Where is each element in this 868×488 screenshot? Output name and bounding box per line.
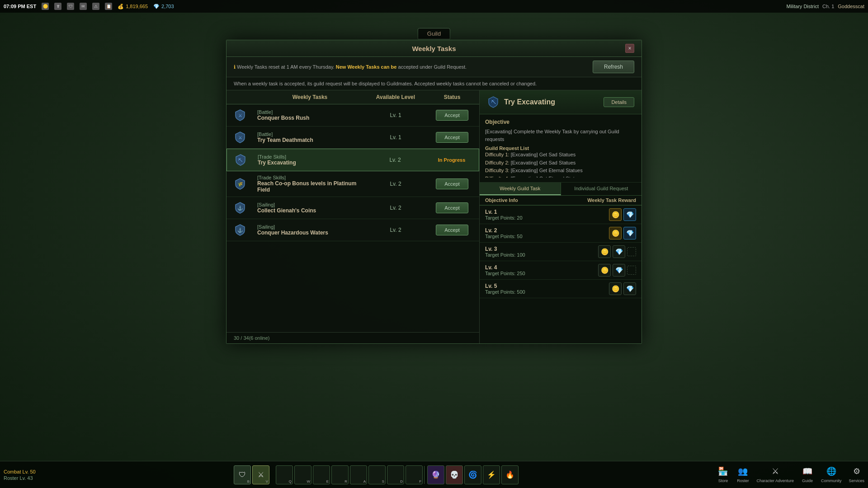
nav-character-adventure[interactable]: ⚔ Character Adventure (756, 465, 794, 483)
nav-services[interactable]: ⚙ Services (849, 465, 864, 483)
accept-button[interactable]: Accept (436, 110, 468, 121)
task-status-cell: Accept (425, 178, 479, 189)
skill-slot[interactable]: E (313, 465, 330, 484)
refresh-button[interactable]: Refresh (593, 61, 634, 73)
nav-store-label: Store (718, 479, 728, 483)
reward-rows-container: Lv. 1 Target Points: 20 🪙 💎 Lv. 2 Target… (480, 206, 642, 343)
dim-reward-icon-1: 🪙 (598, 264, 611, 277)
skill-slot[interactable]: 🌀 (464, 465, 481, 484)
nav-community[interactable]: 🌐 Community (821, 465, 842, 483)
skill-slot[interactable]: 🔥 (501, 465, 519, 484)
task-name-cell: [Sailing] Collect Gienah's Coins (254, 202, 366, 214)
character-adventure-icon: ⚔ (769, 465, 782, 478)
guild-request-heading: Guild Request List (485, 145, 634, 151)
detail-task-name: Try Excavating (504, 98, 555, 106)
skill-slot[interactable]: A (350, 465, 367, 484)
task-name: Conquer Boss Rush (257, 115, 363, 121)
skill-slot[interactable]: Q (276, 465, 293, 484)
dim-reward-icon-2: 💎 (613, 264, 625, 277)
task-status-cell: Accept (425, 202, 479, 213)
panel-header: Weekly Tasks × (226, 40, 642, 57)
skill-slot[interactable]: W (294, 465, 311, 484)
currency2-display: 💎 2,703 (153, 4, 174, 9)
tasks-list: Weekly Tasks Available Level Status ⚔ (226, 90, 480, 343)
task-icon-cell: ⛏ (227, 153, 254, 167)
gold-reward-icon: 🪙 (609, 227, 622, 239)
task-name-cell: [Trade Skills] Reach Co-op Bonus levels … (254, 175, 366, 193)
difficulty-3: Difficulty 3: [Excavating] Get Eternal S… (485, 167, 634, 175)
reward-level-info: Lv. 2 Target Points: 50 (485, 227, 561, 239)
task-name: Try Excavating (258, 160, 362, 166)
task-name-cell: [Battle] Try Team Deathmatch (254, 131, 366, 143)
skill-slot[interactable]: ⚔ V (252, 465, 269, 484)
svg-text:⚔: ⚔ (238, 135, 242, 140)
task-icon-cell: ⚔ (226, 108, 254, 122)
table-header: Weekly Tasks Available Level Status (226, 90, 479, 104)
task-status-cell: Accept (425, 225, 479, 235)
table-row[interactable]: ⚓ [Sailing] Collect Gienah's Coins Lv. 2… (226, 197, 479, 219)
accept-button[interactable]: Accept (436, 178, 468, 189)
reward-level-title: Lv. 3 (485, 246, 561, 252)
table-row[interactable]: 🌾 [Trade Skills] Reach Co-op Bonus level… (226, 171, 479, 197)
nav-character-adventure-label: Character Adventure (756, 479, 794, 483)
skill-bar: 🛡 B ⚔ V Q W E R A S D F 🔮 💀 🌀 ⚡ 🔥 (38, 465, 715, 484)
nav-guide-label: Guide (802, 479, 813, 483)
info-icon: ℹ (234, 64, 237, 70)
skill-slot[interactable]: S (368, 465, 386, 484)
nav-store[interactable]: 🏪 Store (717, 465, 729, 483)
task-status-cell: Accept (425, 110, 479, 121)
svg-text:⚔: ⚔ (238, 113, 242, 118)
reward-header: Weekly Task Reward (561, 196, 642, 205)
combat-level: Combat Lv. 50 (4, 469, 36, 474)
objective-text: [Excavating] Complete the Weekly Task by… (485, 128, 634, 143)
skill-slot[interactable]: 🛡 B (234, 465, 251, 484)
reward-slot-1 (627, 247, 636, 256)
skill-slot[interactable]: 🔮 (427, 465, 444, 484)
hud-right: Military District Ch. 1 Goddesscat (787, 4, 865, 9)
hud-icon-6: 📋 (105, 3, 112, 10)
reward-target-pts: Target Points: 250 (485, 271, 561, 276)
skill-slot[interactable]: F (406, 465, 423, 484)
reward-level-info: Lv. 4 Target Points: 250 (485, 264, 561, 276)
gem-reward-icon: 💎 (623, 208, 636, 221)
accept-button[interactable]: Accept (436, 225, 468, 235)
services-icon: ⚙ (850, 465, 863, 478)
task-name-cell: [Trade Skills] Try Excavating (254, 154, 366, 166)
task-name-cell: [Sailing] Conquer Hazardous Waters (254, 224, 366, 236)
shield-icon: ⚓ (233, 201, 247, 215)
close-button[interactable]: × (625, 44, 634, 53)
in-progress-badge: In Progress (438, 157, 466, 163)
svg-text:⚓: ⚓ (237, 227, 243, 233)
skill-slot[interactable]: ⚡ (483, 465, 500, 484)
task-category: [Battle] (257, 131, 363, 137)
skill-slot[interactable]: 💀 (446, 465, 463, 484)
table-row[interactable]: ⚓ [Sailing] Conquer Hazardous Waters Lv.… (226, 219, 479, 241)
tab-individual-guild-request[interactable]: Individual Guild Request (561, 183, 642, 195)
reward-icons: 🪙 💎 (561, 208, 636, 221)
task-name: Conquer Hazardous Waters (257, 230, 363, 236)
accept-button[interactable]: Accept (436, 132, 468, 143)
table-row[interactable]: ⚔ [Battle] Conquer Boss Rush Lv. 1 Accep… (226, 104, 479, 127)
reward-level-title: Lv. 2 (485, 227, 561, 234)
nav-roster-label: Roster (737, 479, 749, 483)
task-status-cell: In Progress (425, 157, 479, 163)
task-icon-cell: ⚔ (226, 130, 254, 145)
task-category: [Trade Skills] (257, 175, 363, 180)
table-row[interactable]: ⚔ [Battle] Try Team Deathmatch Lv. 1 Acc… (226, 127, 479, 149)
task-level-cell: Lv. 1 (366, 112, 425, 118)
hud-icon-5: ⚠ (92, 3, 99, 10)
reward-icons: 🪙 💎 (561, 227, 636, 239)
skill-slot[interactable]: R (331, 465, 349, 484)
guide-icon: 📖 (801, 465, 814, 478)
reward-row: Lv. 4 Target Points: 250 🪙 💎 (480, 261, 642, 280)
accept-button[interactable]: Accept (436, 202, 468, 213)
skill-slot[interactable]: D (387, 465, 404, 484)
nav-guide[interactable]: 📖 Guide (801, 465, 814, 483)
table-row[interactable]: ⛏ [Trade Skills] Try Excavating Lv. 2 In… (226, 149, 479, 171)
tab-details[interactable]: Details (604, 97, 634, 107)
objective-info-header: Objective Info (480, 196, 561, 205)
tab-weekly-guild-task[interactable]: Weekly Guild Task (480, 183, 561, 195)
combat-info: Combat Lv. 50 Roster Lv. 43 (4, 469, 36, 481)
nav-roster[interactable]: 👥 Roster (736, 465, 749, 483)
reward-icons: 🪙 💎 (561, 264, 636, 277)
